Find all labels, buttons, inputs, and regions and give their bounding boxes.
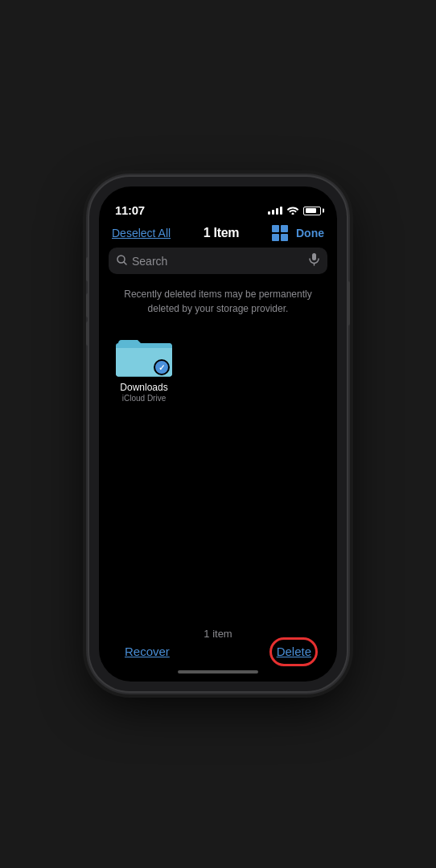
deselect-all-button[interactable]: Deselect All xyxy=(112,227,171,240)
folder-icon: ✓ xyxy=(115,332,173,379)
folder-item[interactable]: ✓ Downloads iCloud Drive xyxy=(112,332,176,403)
folder-subtitle: iCloud Drive xyxy=(122,394,166,403)
status-icons xyxy=(268,204,321,217)
svg-rect-2 xyxy=(312,253,316,260)
bottom-actions: Recover Delete xyxy=(99,645,337,659)
mic-icon[interactable] xyxy=(309,253,319,268)
recover-button[interactable]: Recover xyxy=(125,645,170,659)
folder-name: Downloads xyxy=(120,382,167,393)
nav-title: 1 Item xyxy=(204,226,239,240)
battery-icon xyxy=(303,207,321,215)
search-input[interactable]: Search xyxy=(132,255,304,268)
search-icon xyxy=(117,255,127,268)
status-time: 11:07 xyxy=(115,203,145,217)
warning-text: Recently deleted items may be permanentl… xyxy=(99,280,337,326)
done-button[interactable]: Done xyxy=(296,227,324,240)
bottom-bar: 1 item Recover Delete xyxy=(99,621,337,662)
grid-view-icon[interactable] xyxy=(272,225,288,241)
phone-device: 11:07 xyxy=(89,177,347,691)
phone-screen: 11:07 xyxy=(99,186,337,682)
folder-check-badge: ✓ xyxy=(154,359,170,375)
wifi-icon xyxy=(286,204,299,217)
delete-button-wrap: Delete xyxy=(277,645,311,659)
delete-button[interactable]: Delete xyxy=(277,645,311,658)
signal-icon xyxy=(268,207,282,215)
nav-bar: Deselect All 1 Item Done xyxy=(99,222,337,248)
file-grid: ✓ Downloads iCloud Drive xyxy=(99,326,337,621)
svg-line-1 xyxy=(124,262,126,264)
search-bar[interactable]: Search xyxy=(109,248,327,274)
home-bar xyxy=(178,670,258,674)
item-count: 1 item xyxy=(204,628,232,640)
notch xyxy=(170,186,266,209)
nav-right: Done xyxy=(272,225,324,241)
